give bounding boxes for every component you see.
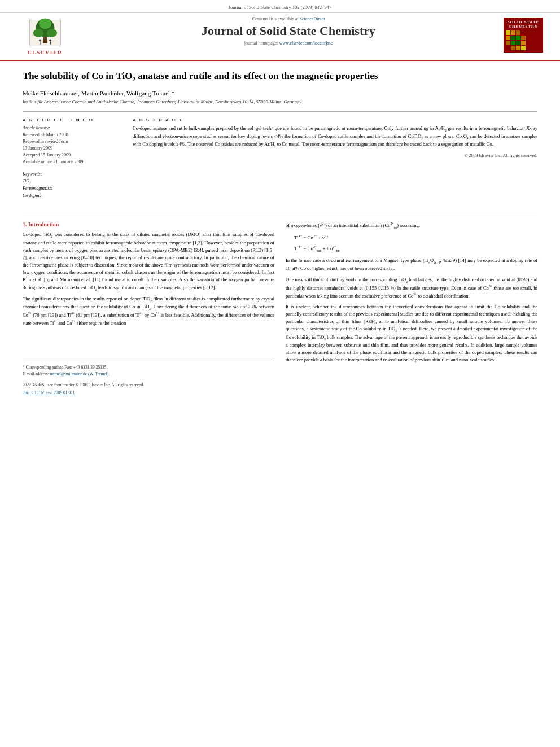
- divider: [23, 111, 537, 112]
- elsevier-logo-section: ELSEVIER: [11, 13, 79, 60]
- svg-point-6: [39, 40, 41, 42]
- abstract-label: A B S T R A C T: [133, 117, 537, 123]
- received-revised-label: Received in revised form: [23, 138, 121, 145]
- right-intro-text: of oxygen-holes (v2−) or an interstitial…: [286, 221, 537, 230]
- sciencedirect-link: Contents lists available at ScienceDirec…: [85, 16, 492, 21]
- page: Journal of Solid State Chemistry 182 (20…: [0, 0, 560, 747]
- main-content: The solubility of Co in TiO2 anatase and…: [0, 61, 560, 407]
- jssc-logo: SOLID STATE CHEMISTRY: [504, 18, 543, 53]
- authors: Meike Fleischhammer, Martin Panthöfer, W…: [23, 90, 537, 97]
- keywords-label: Keywords:: [23, 171, 121, 178]
- elsevier-brand-text: ELSEVIER: [28, 50, 63, 55]
- copyright: © 2009 Elsevier Inc. All rights reserved…: [133, 153, 537, 158]
- equation-1: Ti4+ = Co2+ + v2−: [294, 234, 537, 241]
- jssc-logo-section: SOLID STATE CHEMISTRY: [498, 13, 549, 57]
- affiliation: Institut für Anorganische Chemie und Ana…: [23, 99, 537, 104]
- journal-header-row: ELSEVIER Contents lists available at Sci…: [0, 13, 560, 61]
- email-link[interactable]: tremel@uni-mainz.de (W. Tremel).: [50, 372, 110, 377]
- elsevier-logo: ELSEVIER: [11, 18, 79, 55]
- footnote-issn: 0022-4596/$ - see front matter © 2009 El…: [23, 382, 274, 388]
- paper-title: The solubility of Co in TiO2 anatase and…: [23, 69, 537, 84]
- divider-2: [23, 213, 537, 213]
- elsevier-tree-icon: [25, 18, 65, 49]
- svg-rect-1: [43, 37, 47, 43]
- svg-point-8: [49, 40, 51, 42]
- journal-title: Journal of Solid State Chemistry: [85, 24, 492, 38]
- footnote-section: * Corresponding author. Fax: +49 6131 39…: [23, 361, 274, 395]
- body-col-left: 1. Introduction Co-doped TiO2 was consid…: [23, 221, 274, 395]
- body-columns: 1. Introduction Co-doped TiO2 was consid…: [23, 221, 537, 395]
- right-para-4: It is unclear, whether the discrepancies…: [286, 303, 537, 364]
- right-para-3: One may still think of stuffing voids in…: [286, 276, 537, 300]
- journal-title-section: Contents lists available at ScienceDirec…: [79, 13, 498, 49]
- right-para-2: In the former case a structural rearrang…: [286, 257, 537, 272]
- footnote-asterisk: * Corresponding author. Fax: +49 6131 39…: [23, 364, 274, 370]
- article-info-label: A R T I C L E I N F O: [23, 117, 121, 123]
- abstract-text: Co-doped anatase and rutile bulk-samples…: [133, 125, 537, 148]
- journal-ref-text: Journal of Solid State Chemistry 182 (20…: [229, 5, 332, 10]
- doi-link[interactable]: doi:10.1016/j.jssc.2009.01.011: [23, 390, 75, 395]
- footnote-email: E-mail address: tremel@uni-mainz.de (W. …: [23, 371, 274, 377]
- keywords-list: TiO2 Ferromagnetism Co doping: [23, 178, 121, 200]
- available-date: Available online 21 January 2009: [23, 159, 121, 165]
- article-info-col: A R T I C L E I N F O Article history: R…: [23, 117, 121, 206]
- keywords-section: Keywords: TiO2 Ferromagnetism Co doping: [23, 171, 121, 200]
- svg-point-5: [39, 19, 51, 29]
- intro-heading: 1. Introduction: [23, 221, 274, 228]
- equation-2: Ti4+ = Co2+sub + Co2+int: [294, 245, 537, 252]
- abstract-section: A B S T R A C T Co-doped anatase and rut…: [133, 117, 537, 206]
- homepage-link[interactable]: www.elsevier.com/locate/jssc: [279, 41, 333, 46]
- journal-reference: Journal of Solid State Chemistry 182 (20…: [0, 0, 560, 13]
- intro-para-1: Co-doped TiO2 was considered to belong t…: [23, 231, 274, 292]
- svg-point-4: [47, 29, 57, 37]
- received-revised-date: 13 January 2009: [23, 145, 121, 152]
- accepted-date: Accepted 15 January 2009: [23, 152, 121, 159]
- journal-homepage: journal homepage: www.elsevier.com/locat…: [85, 41, 492, 46]
- received-date: Received 31 March 2008: [23, 132, 121, 138]
- history-label: Article history:: [23, 125, 121, 132]
- info-abstract-section: A R T I C L E I N F O Article history: R…: [23, 117, 537, 206]
- sciencedirect-anchor[interactable]: ScienceDirect: [300, 16, 325, 21]
- doi-line: doi:10.1016/j.jssc.2009.01.011: [23, 390, 274, 395]
- body-col-right: of oxygen-holes (v2−) or an interstitial…: [286, 221, 537, 395]
- article-history: A R T I C L E I N F O Article history: R…: [23, 117, 121, 165]
- intro-para-2: The significant discrepancies in the res…: [23, 295, 274, 327]
- svg-point-3: [33, 29, 43, 37]
